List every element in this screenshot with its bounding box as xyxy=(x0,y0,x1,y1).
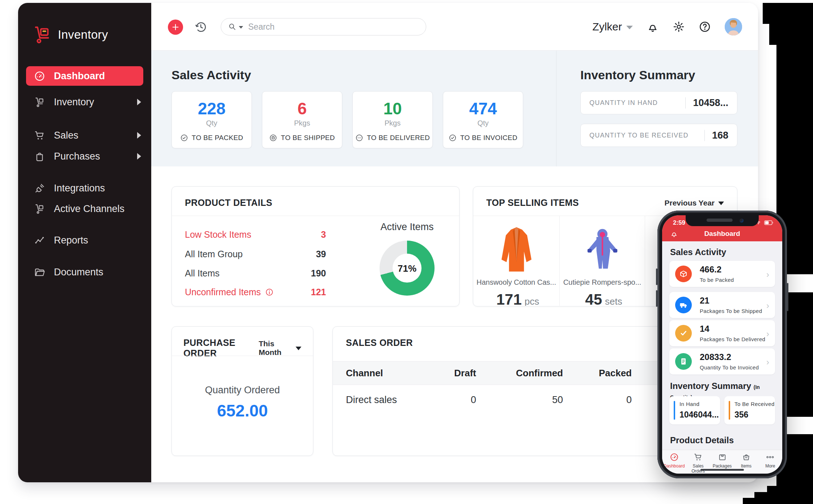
unconfirmed-items-row[interactable]: Unconfirmed Items 121 xyxy=(185,287,326,297)
app-window: Inventory Dashboard Inventory Sales Purc… xyxy=(18,3,758,482)
to-be-packed-card[interactable]: 228 Qty TO BE PACKED xyxy=(172,91,252,148)
phone-mockup: 2:59 Dashboard Sales Activity 4 xyxy=(657,211,787,478)
quantity-to-be-received-row: QUANTITY TO BE RECEIVED 168 xyxy=(580,124,737,147)
sidebar-item-reports[interactable]: Reports xyxy=(18,230,151,250)
check-icon xyxy=(679,329,688,338)
sidebar-item-integrations[interactable]: Integrations xyxy=(18,178,151,198)
topbar: Zylker xyxy=(151,3,758,51)
package-icon xyxy=(718,453,727,462)
plug-icon xyxy=(34,183,45,194)
top-selling-items-title: TOP SELLING ITEMS xyxy=(486,198,579,208)
sidebar-item-sales[interactable]: Sales xyxy=(18,125,151,145)
sidebar-item-purchases[interactable]: Purchases xyxy=(18,146,151,166)
phone-to-be-received-card[interactable]: To Be Received 356 xyxy=(724,396,775,424)
sales-activity-section: Sales Activity 228 Qty TO BE PACKED 6 Pk… xyxy=(151,51,556,166)
power-button xyxy=(787,283,788,311)
caret-down-icon xyxy=(718,202,724,205)
sidebar-item-active-channels[interactable]: Active Channels xyxy=(18,199,151,219)
to-be-delivered-card[interactable]: 10 Pkgs TO BE DELIVERED xyxy=(352,91,433,148)
all-items-row[interactable]: All Items 190 xyxy=(185,268,326,279)
sidebar-item-inventory[interactable]: Inventory xyxy=(18,92,151,112)
tab-dashboard[interactable]: Dashboard xyxy=(662,450,686,474)
cart-icon xyxy=(694,453,703,462)
plus-icon xyxy=(172,23,179,31)
chevron-down-icon xyxy=(626,26,633,29)
search-scope-caret-icon[interactable] xyxy=(239,26,243,29)
purchase-order-range-dropdown[interactable]: This Month xyxy=(259,339,301,357)
user-avatar[interactable] xyxy=(725,18,742,35)
app-title: Inventory xyxy=(58,28,108,42)
to-be-packed-value: 228 xyxy=(172,99,251,118)
phone-page-title: Dashboard xyxy=(662,230,782,238)
sidebar-item-documents[interactable]: Documents xyxy=(18,262,151,282)
truck-icon xyxy=(679,301,688,309)
to-be-delivered-value: 10 xyxy=(353,99,432,118)
handtruck-icon xyxy=(34,97,45,108)
phone-to-be-packed-card[interactable]: 466.2 To be Packed › xyxy=(669,261,775,287)
all-item-group-row[interactable]: All Item Group 39 xyxy=(185,249,326,259)
chevron-right-icon xyxy=(137,153,141,160)
add-new-button[interactable] xyxy=(168,20,183,35)
active-items-chart: Active Items 71% xyxy=(360,221,454,296)
tab-more[interactable]: More xyxy=(758,450,782,474)
basket-icon xyxy=(742,453,751,462)
package-circle-icon xyxy=(269,134,277,142)
to-be-invoiced-value: 474 xyxy=(443,99,523,118)
sidebar: Inventory Dashboard Inventory Sales Purc… xyxy=(18,3,151,482)
screenshot-root: Inventory Dashboard Inventory Sales Purc… xyxy=(0,0,813,504)
quantity-in-hand-value: 10458... xyxy=(685,97,728,109)
phone-to-be-invoiced-card[interactable]: 20833.2 Quantity To be Invoiced › xyxy=(669,348,775,374)
line-chart-icon xyxy=(34,235,45,246)
more-dots-icon xyxy=(766,453,775,462)
volume-button xyxy=(656,290,657,307)
active-items-percent: 71% xyxy=(380,263,435,274)
phone-sales-activity-title: Sales Activity xyxy=(670,247,726,257)
bag-icon xyxy=(34,151,45,162)
recent-history-button[interactable] xyxy=(193,20,208,35)
product-image-romper xyxy=(560,224,645,275)
inventory-summary-section: Inventory Summary QUANTITY IN HAND 10458… xyxy=(556,51,758,166)
quantity-ordered-label: Quantity Ordered xyxy=(172,385,313,396)
notifications-button[interactable] xyxy=(647,21,659,33)
gauge-icon xyxy=(34,71,45,82)
package-icon xyxy=(679,270,688,278)
quantity-ordered-value: 652.00 xyxy=(172,401,313,420)
chevron-right-icon xyxy=(137,132,141,139)
volume-button xyxy=(656,268,657,285)
battery-icon xyxy=(764,220,774,225)
org-switcher[interactable]: Zylker xyxy=(592,21,633,33)
app-logo: Inventory xyxy=(33,25,108,44)
top-selling-item[interactable]: Cutiepie Rompers-spo... 45sets xyxy=(560,216,645,306)
folder-icon xyxy=(34,267,45,278)
cart-icon xyxy=(34,130,45,141)
top-selling-item[interactable]: Hanswooly Cotton Cas... 171pcs xyxy=(473,216,560,306)
search-input[interactable] xyxy=(248,22,419,32)
phone-to-be-delivered-card[interactable]: 14 Packages To be Delivered › xyxy=(669,320,775,346)
inventory-summary-title: Inventory Summary xyxy=(580,68,695,82)
chevron-right-icon xyxy=(137,99,141,105)
phone-notch xyxy=(686,215,759,226)
purchase-order-card: PURCHASE ORDER This Month Quantity Order… xyxy=(172,326,313,456)
help-button[interactable] xyxy=(699,21,711,33)
summary-band: Sales Activity 228 Qty TO BE PACKED 6 Pk… xyxy=(151,51,758,166)
quantity-in-hand-row: QUANTITY IN HAND 10458... xyxy=(580,91,737,114)
caret-down-icon xyxy=(296,347,301,350)
handtruck-icon xyxy=(34,203,45,215)
chevron-right-icon: › xyxy=(766,301,769,311)
settings-button[interactable] xyxy=(673,21,685,33)
truck-circle-icon xyxy=(355,134,363,142)
to-be-invoiced-card[interactable]: 474 Qty TO BE INVOICED xyxy=(443,91,523,148)
phone-to-be-shipped-card[interactable]: 21 Packages To be Shipped › xyxy=(669,292,775,318)
top-selling-range-dropdown[interactable]: Previous Year xyxy=(664,199,724,207)
to-be-shipped-card[interactable]: 6 Pkgs TO BE SHIPPED xyxy=(262,91,342,148)
search-icon[interactable] xyxy=(228,23,236,31)
phone-clock: 2:59 xyxy=(673,219,685,226)
avatar-image xyxy=(725,18,742,35)
sidebar-item-dashboard[interactable]: Dashboard xyxy=(26,66,143,86)
home-indicator[interactable] xyxy=(700,469,744,471)
gauge-icon xyxy=(670,453,679,462)
product-details-card: PRODUCT DETAILS Low Stock Items 3 All It… xyxy=(172,186,460,306)
product-details-title: PRODUCT DETAILS xyxy=(185,198,272,208)
phone-in-hand-card[interactable]: In Hand 1046044... xyxy=(669,396,720,424)
low-stock-items-row[interactable]: Low Stock Items 3 xyxy=(185,229,326,240)
